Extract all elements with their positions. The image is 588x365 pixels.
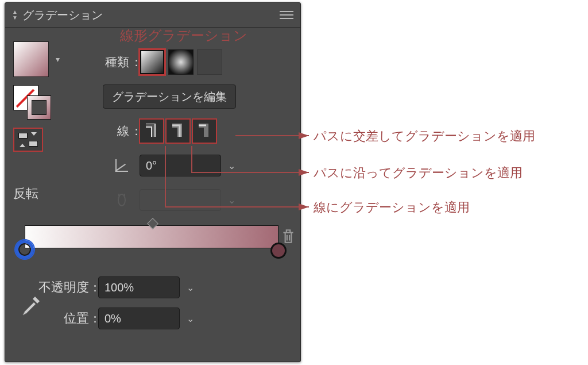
edit-row: グラデーションを編集 [80,84,298,109]
stroke-mode-along[interactable] [166,119,190,143]
eyedropper-icon[interactable] [20,294,42,316]
panel-titlebar: ▲▼ グラデーション [5,3,300,28]
collapse-icon[interactable]: ▲▼ [12,10,18,20]
position-dropdown[interactable]: ⌄ [180,308,200,329]
panel-title: グラデーション [22,7,280,23]
type-linear[interactable] [140,49,165,75]
stroke-mode-within[interactable] [140,119,164,143]
panel-body: 線形グラデーション ▾ 反転 種類 ： [5,28,300,344]
ratio-row: ⌄ [80,187,298,213]
type-radial[interactable] [168,49,194,75]
reverse-label: 反転 [13,185,38,202]
gradient-subtitle-annotation: 線形グラデーション [120,26,247,45]
type-label: 種類 [80,54,129,70]
angle-input[interactable]: 0° [140,155,221,176]
gradient-panel: ▲▼ グラデーション 線形グラデーション ▾ 反転 [5,2,301,362]
angle-icon [114,158,129,173]
annotation-within: 線にグラデーションを適用 [314,199,470,216]
gradient-stop-end[interactable] [270,243,287,259]
opacity-input[interactable]: 100% [98,276,180,298]
angle-dropdown[interactable]: ⌄ [221,155,242,176]
panel-menu-icon[interactable] [280,8,293,22]
reverse-icon [18,133,38,147]
gradient-bar[interactable] [25,225,278,248]
stroke-mode-row: 線 ： [80,118,298,144]
aspect-ratio-icon [114,193,129,208]
swatch-column: ▾ [13,41,65,152]
fill-stroke-switcher[interactable] [13,85,51,118]
swatch-dropdown-caret[interactable]: ▾ [56,55,60,64]
opacity-dropdown[interactable]: ⌄ [180,277,200,298]
delete-stop-icon[interactable] [281,228,296,245]
edit-gradient-button[interactable]: グラデーションを編集 [103,84,236,109]
stroke-mode-options [140,119,216,143]
annotation-along: パスに沿ってグラデーションを適用 [314,164,523,182]
ratio-dropdown: ⌄ [221,190,242,210]
angle-row: 0° ⌄ [80,153,298,178]
annotation-across: パスに交差してグラデーションを適用 [314,128,535,145]
type-options [140,49,222,75]
gradient-stop-start[interactable] [16,240,34,259]
stroke-label: 線 [80,123,129,139]
stop-properties: 不透明度 ： 100% ⌄ 位置 ： 0% ⌄ [13,275,292,331]
position-input[interactable]: 0% [98,308,180,329]
type-freeform[interactable] [197,49,222,75]
opacity-label: 不透明度 [13,279,89,296]
gradient-slider[interactable] [13,225,292,248]
ratio-input [140,189,221,211]
gradient-form: 種類 ： グラデーションを編集 線 ： [80,49,298,213]
opacity-value: 100% [105,281,134,294]
gradient-swatch[interactable]: ▾ [13,41,49,77]
type-row: 種類 ： [80,49,298,75]
reverse-gradient-button[interactable] [13,128,43,152]
stroke-mode-across[interactable] [192,119,216,143]
angle-value: 0° [146,159,157,172]
position-value: 0% [105,312,121,325]
stroke-swatch[interactable] [27,95,51,120]
